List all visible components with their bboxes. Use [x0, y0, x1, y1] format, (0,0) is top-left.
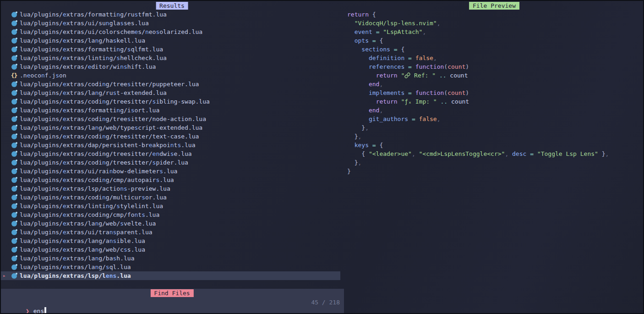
result-path: lua/plugins/extras/coding/treesitter/spi… [20, 158, 188, 167]
result-row[interactable]: lua/plugins/extras/lang/web/svelte.lua [0, 219, 340, 228]
lua-icon [11, 169, 17, 174]
result-path: lua/plugins/extras/lang/ansible.lua [20, 237, 145, 245]
result-path: lua/plugins/extras/lang/haskell.lua [20, 36, 145, 45]
code-line: return "ƒₓ Imp: " .. count [347, 97, 609, 106]
lua-icon [11, 273, 17, 279]
lua-icon [11, 55, 17, 61]
prompt-caret-icon: ❯ [26, 308, 29, 314]
result-path: lua/plugins/extras/lang/sql.lua [20, 263, 131, 271]
code-line: git_authors = false, [347, 115, 609, 123]
result-path: lua/plugins/extras/ui/rainbow-delimeters… [20, 167, 177, 176]
result-path: lua/plugins/extras/ui/colorschemes/neoso… [20, 28, 202, 36]
result-path: lua/plugins/extras/coding/multicursor.lu… [20, 193, 167, 202]
text-cursor-icon [44, 307, 46, 314]
code-line: } [347, 167, 609, 176]
result-row[interactable]: lua/plugins/extras/lang/bash.lua [0, 254, 340, 263]
result-row[interactable]: lua/plugins/extras/coding/treesitter/tex… [0, 132, 340, 141]
result-row[interactable]: lua/plugins/extras/lang/rust-extended.lu… [0, 88, 340, 97]
code-line: "VidocqH/lsp-lens.nvim", [347, 19, 609, 28]
result-row[interactable]: lua/plugins/extras/lsp/actions-preview.l… [0, 184, 340, 193]
result-row[interactable]: lua/plugins/extras/dap/persistent-breakp… [0, 141, 340, 149]
result-path: lua/plugins/extras/formatting/sqlfmt.lua [20, 45, 163, 54]
result-row[interactable]: lua/plugins/extras/linting/shellcheck.lu… [0, 54, 340, 62]
result-row[interactable]: lua/plugins/extras/coding/treesitter/pup… [0, 80, 340, 88]
result-row[interactable]: lua/plugins/extras/ui/colorschemes/neoso… [0, 28, 340, 36]
code-line: { "<leader>ue", "<cmd>LspLensToggle<cr>"… [347, 149, 609, 158]
lua-icon [11, 256, 17, 261]
code-line: references = function(count) [347, 62, 609, 71]
result-row[interactable]: lua/plugins/extras/lang/ansible.lua [0, 237, 340, 245]
lua-icon [11, 177, 17, 183]
code-line: keys = { [347, 141, 609, 149]
result-row[interactable]: lua/plugins/extras/coding/cmp/fonts.lua [0, 210, 340, 219]
result-row[interactable]: lua/plugins/extras/ui/sunglasses.lua [0, 19, 340, 28]
result-row[interactable]: lua/plugins/extras/formatting/rustfmt.lu… [0, 10, 340, 19]
result-row[interactable]: lua/plugins/extras/coding/treesitter/end… [0, 149, 340, 158]
link-icon [404, 72, 410, 79]
result-path: lua/plugins/extras/editor/winshift.lua [20, 62, 156, 71]
result-row[interactable]: lua/plugins/extras/lang/web/css.lua [0, 245, 340, 254]
lua-icon [11, 151, 17, 157]
result-row[interactable]: lua/plugins/extras/formatting/isort.lua [0, 106, 340, 115]
result-row[interactable]: {}.neoconf.json [0, 71, 340, 80]
results-panel: Results lua/plugins/extras/formatting/ru… [0, 0, 344, 289]
result-path: .neoconf.json [20, 71, 66, 80]
lua-icon [11, 134, 17, 139]
result-row[interactable]: lua/plugins/extras/lang/sql.lua [0, 263, 340, 271]
result-path: lua/plugins/extras/lsp/actions-preview.l… [20, 184, 170, 193]
result-path: lua/plugins/extras/coding/cmp/autopairs.… [20, 176, 174, 184]
code-line: }, [347, 123, 609, 132]
result-row[interactable]: lua/plugins/extras/linting/stylelint.lua [0, 202, 340, 210]
lua-icon [11, 47, 17, 52]
lua-icon [11, 221, 17, 226]
code-line: end, [347, 80, 609, 88]
lua-icon [11, 195, 17, 200]
result-row-selected[interactable]: ▸lua/plugins/extras/lsp/lens.lua [0, 271, 340, 280]
lua-icon [11, 186, 17, 192]
code-line: opts = { [347, 36, 609, 45]
lua-icon [11, 160, 17, 165]
result-path: lua/plugins/extras/ui/transparent.lua [20, 228, 153, 237]
code-line: implements = function(count) [347, 88, 609, 97]
result-row[interactable]: lua/plugins/extras/ui/transparent.lua [0, 228, 340, 237]
lua-icon [11, 264, 17, 270]
result-row[interactable]: lua/plugins/extras/lang/haskell.lua [0, 36, 340, 45]
code-block: return { "VidocqH/lsp-lens.nvim", event … [347, 10, 609, 176]
prompt-input[interactable]: ❯ens [4, 298, 46, 307]
code-line: return { [347, 10, 609, 19]
result-path: lua/plugins/extras/coding/treesitter/end… [20, 149, 192, 158]
result-row[interactable]: lua/plugins/extras/coding/cmp/autopairs.… [0, 176, 340, 184]
lua-icon [11, 204, 17, 209]
result-path: lua/plugins/extras/lang/web/svelte.lua [20, 219, 156, 228]
lua-icon [11, 82, 17, 87]
lua-icon [11, 212, 17, 218]
result-row[interactable]: lua/plugins/extras/editor/winshift.lua [0, 62, 340, 71]
result-row[interactable]: lua/plugins/extras/lang/web/typescript-e… [0, 123, 340, 132]
result-path: lua/plugins/extras/linting/stylelint.lua [20, 202, 163, 210]
lua-icon [11, 230, 17, 235]
result-path: lua/plugins/extras/lang/web/css.lua [20, 245, 145, 254]
result-path: lua/plugins/extras/formatting/isort.lua [20, 106, 159, 115]
result-row[interactable]: lua/plugins/extras/coding/treesitter/sib… [0, 97, 340, 106]
lua-icon [11, 247, 17, 253]
result-path: lua/plugins/extras/coding/treesitter/nod… [20, 115, 206, 123]
code-line: event = "LspAttach", [347, 28, 609, 36]
prompt-title-badge: Find Files [150, 289, 193, 297]
results-title-badge: Results [156, 2, 188, 10]
result-row[interactable]: lua/plugins/extras/coding/multicursor.lu… [0, 193, 340, 202]
prompt-query: ens [33, 308, 44, 314]
lua-icon [11, 12, 17, 17]
code-line: return " Ref: " .. count [347, 71, 609, 80]
selection-caret-icon: ▸ [0, 271, 11, 280]
code-line: definition = false, [347, 54, 609, 62]
result-row[interactable]: lua/plugins/extras/coding/treesitter/spi… [0, 158, 340, 167]
result-row[interactable]: lua/plugins/extras/formatting/sqlfmt.lua [0, 45, 340, 54]
result-row[interactable]: lua/plugins/extras/ui/rainbow-delimeters… [0, 167, 340, 176]
result-row[interactable]: lua/plugins/extras/coding/treesitter/nod… [0, 115, 340, 123]
lua-icon [11, 116, 17, 122]
lua-icon [11, 90, 17, 96]
code-line: }, [347, 158, 609, 167]
result-path: lua/plugins/extras/dap/persistent-breakp… [20, 141, 196, 149]
result-path: lua/plugins/extras/lang/rust-extended.lu… [20, 88, 167, 97]
result-path: lua/plugins/extras/coding/treesitter/pup… [20, 80, 199, 88]
